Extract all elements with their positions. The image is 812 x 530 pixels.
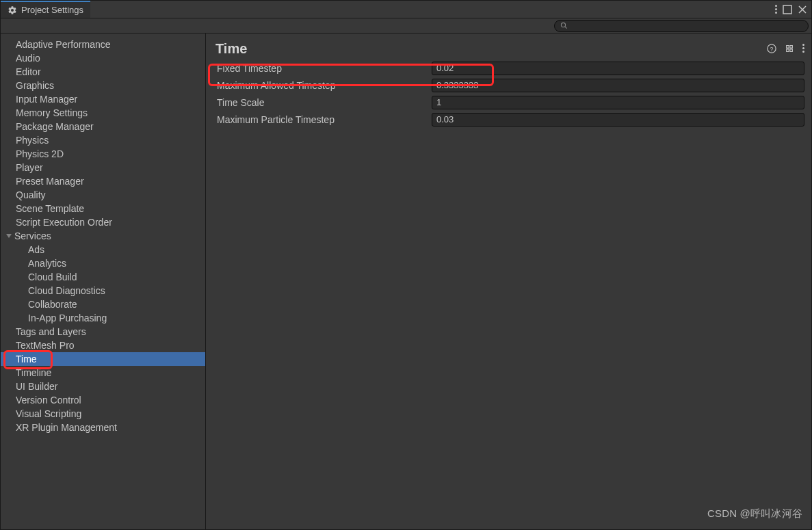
- sidebar-item-label: Scene Template: [16, 202, 84, 215]
- sidebar-item-label: UI Builder: [16, 380, 57, 393]
- sidebar-item[interactable]: TextMesh Pro: [1, 339, 205, 352]
- close-icon[interactable]: [798, 5, 807, 14]
- sidebar-item-label: Player: [16, 161, 43, 174]
- sidebar-item-label: Timeline: [16, 366, 51, 380]
- sidebar-item-label: Tags and Layers: [16, 325, 86, 339]
- property-row: Maximum Particle Timestep: [215, 111, 804, 128]
- sidebar-item[interactable]: Services: [1, 229, 205, 243]
- project-settings-window: Project Settings Adaptive PerformanceAud…: [0, 0, 812, 530]
- sidebar-item-label: Input Manager: [16, 92, 77, 106]
- property-row: Time Scale: [215, 94, 804, 111]
- sidebar-item[interactable]: Analytics: [1, 256, 205, 270]
- sidebar-item-label: TextMesh Pro: [16, 339, 75, 352]
- sidebar-item-label: Visual Scripting: [16, 407, 81, 421]
- sidebar-item-label: Quality: [16, 188, 46, 202]
- sidebar-item[interactable]: Adaptive Performance: [1, 38, 205, 51]
- sidebar-item[interactable]: Cloud Build: [1, 270, 205, 284]
- property-row: Maximum Allowed Timestep: [215, 77, 804, 94]
- properties: Fixed TimestepMaximum Allowed TimestepTi…: [215, 59, 804, 128]
- sidebar-item[interactable]: Physics 2D: [1, 147, 205, 161]
- sidebar-item-label: Physics: [16, 133, 49, 147]
- sidebar-item-label: Services: [14, 229, 51, 243]
- property-input[interactable]: [432, 96, 804, 109]
- sidebar-item[interactable]: Scene Template: [1, 202, 205, 215]
- sidebar-item[interactable]: Memory Settings: [1, 106, 205, 120]
- sidebar-item-label: Ads: [28, 243, 44, 256]
- sidebar-item-label: Version Control: [16, 393, 81, 407]
- sidebar-item[interactable]: Preset Manager: [1, 174, 205, 188]
- preset-icon[interactable]: [785, 44, 794, 53]
- content-header: Time ?: [215, 38, 804, 59]
- sidebar-item[interactable]: XR Plugin Management: [1, 421, 205, 434]
- sidebar-item[interactable]: Timeline: [1, 366, 205, 380]
- sidebar-item-label: Physics 2D: [16, 147, 64, 161]
- window-controls: [771, 1, 811, 18]
- sidebar-item[interactable]: Ads: [1, 243, 205, 256]
- property-label: Time Scale: [215, 97, 432, 108]
- property-row: Fixed Timestep: [215, 59, 804, 77]
- sidebar-item[interactable]: Audio: [1, 51, 205, 65]
- sidebar-item-label: Memory Settings: [16, 106, 88, 120]
- sidebar-item[interactable]: Version Control: [1, 393, 205, 407]
- property-label: Fixed Timestep: [215, 63, 432, 74]
- property-input[interactable]: [432, 79, 804, 92]
- sidebar-item[interactable]: Editor: [1, 65, 205, 79]
- titlebar: Project Settings: [1, 1, 811, 18]
- svg-line-2: [565, 27, 567, 29]
- sidebar-item-label: Package Manager: [16, 120, 94, 133]
- project-settings-tab[interactable]: Project Settings: [1, 1, 90, 18]
- sidebar-item[interactable]: In-App Purchasing: [1, 311, 205, 325]
- sidebar-item-label: Collaborate: [28, 297, 77, 311]
- sidebar-item-label: Time: [16, 352, 37, 366]
- property-label: Maximum Particle Timestep: [215, 114, 432, 125]
- sidebar-item-label: Preset Manager: [16, 174, 84, 188]
- svg-rect-0: [783, 5, 791, 14]
- sidebar-item[interactable]: UI Builder: [1, 380, 205, 393]
- tab-label: Project Settings: [21, 5, 83, 15]
- sidebar-item-label: In-App Purchasing: [28, 311, 107, 325]
- sidebar: Adaptive PerformanceAudioEditorGraphicsI…: [1, 34, 206, 529]
- sidebar-item-label: Graphics: [16, 79, 54, 92]
- sidebar-item[interactable]: Script Execution Order: [1, 215, 205, 229]
- sidebar-item[interactable]: Physics: [1, 133, 205, 147]
- sidebar-item[interactable]: Cloud Diagnostics: [1, 284, 205, 297]
- sidebar-item[interactable]: Player: [1, 161, 205, 174]
- sidebar-item-label: Adaptive Performance: [16, 38, 111, 51]
- search-icon: [560, 22, 568, 29]
- sidebar-item[interactable]: Input Manager: [1, 92, 205, 106]
- sidebar-item[interactable]: Time: [1, 352, 205, 366]
- sidebar-item[interactable]: Quality: [1, 188, 205, 202]
- content-title: Time: [215, 41, 767, 57]
- sidebar-item[interactable]: Collaborate: [1, 297, 205, 311]
- help-icon[interactable]: ?: [767, 44, 776, 53]
- sidebar-item[interactable]: Tags and Layers: [1, 325, 205, 339]
- content-panel: Time ? Fixed TimestepMaximum Allowed Tim…: [206, 34, 811, 529]
- maximize-icon[interactable]: [783, 5, 792, 14]
- gear-icon: [8, 5, 17, 15]
- search-row: [1, 18, 811, 34]
- chevron-down-icon: [6, 234, 12, 238]
- sidebar-item[interactable]: Graphics: [1, 79, 205, 92]
- body: Adaptive PerformanceAudioEditorGraphicsI…: [1, 34, 811, 529]
- sidebar-item-label: Cloud Build: [28, 270, 77, 284]
- svg-point-1: [561, 23, 565, 27]
- sidebar-item-label: Script Execution Order: [16, 215, 112, 229]
- property-label: Maximum Allowed Timestep: [215, 80, 432, 91]
- sidebar-item-label: XR Plugin Management: [16, 421, 117, 434]
- sidebar-item-label: Editor: [16, 65, 41, 79]
- property-input[interactable]: [432, 62, 804, 75]
- sidebar-item-label: Cloud Diagnostics: [28, 284, 105, 297]
- sidebar-item-label: Audio: [16, 51, 40, 65]
- sidebar-item-label: Analytics: [28, 256, 66, 270]
- search-input[interactable]: [554, 20, 809, 32]
- svg-text:?: ?: [770, 46, 774, 53]
- sidebar-item[interactable]: Package Manager: [1, 120, 205, 133]
- content-menu-icon[interactable]: [802, 44, 804, 53]
- kebab-menu-icon[interactable]: [775, 5, 777, 14]
- property-input[interactable]: [432, 113, 804, 127]
- sidebar-item[interactable]: Visual Scripting: [1, 407, 205, 421]
